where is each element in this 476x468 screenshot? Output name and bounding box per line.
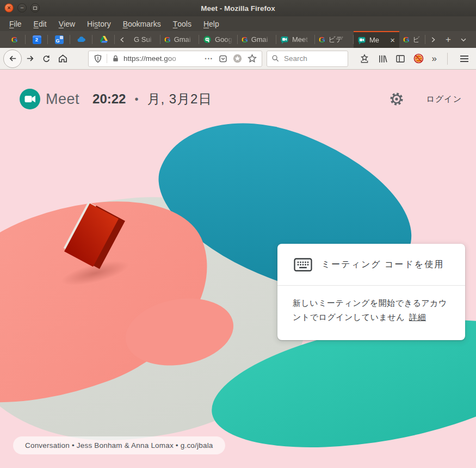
pinned-tab-translate[interactable]: G — [48, 31, 70, 48]
blocked-extension-icon[interactable] — [413, 53, 424, 64]
artwork-caption-pill: Conversation • Jess Bonham & Anna Lomax … — [13, 436, 225, 454]
tab-gmail-2[interactable]: G Gmai — [238, 31, 276, 48]
date: 月, 3月2日 — [147, 90, 212, 108]
hangouts-icon — [203, 35, 212, 44]
reload-icon — [41, 54, 51, 64]
maximize-icon — [33, 7, 37, 10]
google-icon: G — [11, 35, 18, 44]
chevron-down-icon — [460, 36, 467, 44]
menu-bookmarks[interactable]: Bookmarks — [117, 16, 167, 31]
menu-bar: File Edit View History Bookmarks Tools H… — [0, 16, 476, 31]
chevron-left-icon — [119, 36, 126, 44]
back-button[interactable] — [3, 50, 22, 68]
home-icon — [58, 53, 68, 64]
google-calendar-icon: 2 — [33, 35, 41, 44]
google-icon: G — [403, 35, 410, 44]
sidebar-icon[interactable] — [395, 54, 405, 64]
url-text: https://meet.goo — [123, 54, 192, 63]
onedrive-icon — [77, 35, 86, 44]
card-title: ミーティング コードを使用 — [312, 259, 453, 270]
back-icon — [8, 53, 18, 64]
google-icon: G — [242, 35, 248, 44]
search-input[interactable] — [283, 54, 337, 63]
window-minimize-button[interactable]: − — [17, 3, 27, 13]
window-close-button[interactable]: × — [4, 3, 14, 13]
save-bookmark-tray-icon[interactable] — [360, 54, 369, 64]
tracking-shield-icon — [94, 54, 102, 63]
caption-text: Conversation • Jess Bonham & Anna Lomax … — [25, 441, 213, 449]
tab-meet-1[interactable]: Meet — [276, 31, 315, 48]
window-maximize-button[interactable] — [30, 3, 40, 13]
card-body-text: 新しいミーティングを開始できるアカウントでログインしていません詳細 — [277, 286, 465, 324]
new-tab-button[interactable]: + — [441, 31, 456, 48]
settings-button[interactable] — [390, 92, 404, 106]
search-bar[interactable] — [267, 51, 348, 67]
forward-button[interactable] — [22, 51, 38, 67]
divider — [447, 53, 448, 65]
firefox-window: × − Meet - Mozilla Firefox File Edit Vie… — [0, 0, 476, 468]
meet-icon — [357, 36, 366, 45]
login-button[interactable]: ログイン — [426, 94, 462, 104]
home-button[interactable] — [54, 51, 71, 67]
lock-icon — [112, 54, 120, 63]
all-tabs-button[interactable] — [456, 31, 471, 48]
tab-strip: G 2 G G Sui G Gmai — [0, 31, 476, 48]
pinned-tab-drive[interactable] — [92, 31, 115, 48]
tab-video-2[interactable]: G ビ — [399, 31, 425, 48]
meet-logo-icon — [20, 89, 40, 109]
pinned-tab-calendar[interactable]: 2 — [26, 31, 48, 48]
library-icon[interactable] — [378, 54, 387, 64]
tab-scroll-left-button[interactable] — [115, 31, 130, 48]
tab-close-button[interactable]: × — [390, 36, 395, 44]
meet-page: Meet 20:22 • 月, 3月2日 ログイン — [0, 70, 476, 468]
meet-header: Meet 20:22 • 月, 3月2日 ログイン — [20, 86, 462, 112]
toolbar-right-icons: » — [360, 53, 471, 65]
pinned-tab-onedrive[interactable] — [70, 31, 92, 48]
page-actions-dots-icon[interactable]: ••• — [205, 56, 213, 61]
meet-icon — [280, 35, 289, 44]
google-icon: G — [319, 35, 325, 44]
gear-icon — [390, 92, 404, 106]
tab-scroll-right-button[interactable] — [425, 31, 441, 48]
forward-icon — [25, 53, 35, 64]
reload-button[interactable] — [38, 51, 54, 67]
meeting-code-card: ミーティング コードを使用 新しいミーティングを開始できるアカウントでログインし… — [277, 244, 465, 340]
url-bar[interactable]: https://meet.goo ••• — [88, 51, 262, 67]
menu-edit[interactable]: Edit — [28, 16, 53, 31]
tab-video-1[interactable]: G ビデ — [315, 31, 354, 48]
menu-file[interactable]: File — [3, 16, 28, 31]
page-action-star-circle-icon[interactable] — [233, 54, 242, 63]
navigation-toolbar: https://meet.goo ••• » — [0, 48, 476, 70]
google-translate-icon: G — [55, 35, 64, 44]
google-drive-icon — [100, 35, 108, 44]
menu-history[interactable]: History — [81, 16, 117, 31]
google-icon: G — [164, 35, 171, 44]
overflow-menu-icon[interactable]: » — [432, 54, 437, 63]
window-controls: × − — [4, 3, 40, 13]
tab-hangouts[interactable]: Goog — [199, 31, 238, 48]
hamburger-menu-icon[interactable] — [458, 53, 471, 64]
window-titlebar: × − Meet - Mozilla Firefox — [0, 0, 476, 16]
tab-gmail-1[interactable]: G Gmai — [160, 31, 199, 48]
dot-separator: • — [134, 93, 138, 106]
details-link[interactable]: 詳細 — [409, 312, 426, 322]
bookmark-star-icon[interactable] — [248, 54, 257, 63]
pocket-icon[interactable] — [219, 54, 227, 63]
clock: 20:22 — [92, 91, 126, 107]
menu-help[interactable]: Help — [197, 16, 225, 31]
tab-meet-active[interactable]: Me × — [354, 31, 399, 48]
meet-wordmark: Meet — [46, 91, 79, 108]
keyboard-icon — [294, 258, 312, 272]
window-title: Meet - Mozilla Firefox — [201, 0, 275, 16]
menu-tools[interactable]: Tools — [167, 16, 197, 31]
menu-view[interactable]: View — [53, 16, 81, 31]
chevron-right-icon — [429, 36, 437, 44]
pinned-tab-google[interactable]: G — [3, 31, 26, 48]
divider — [107, 54, 107, 63]
search-icon — [271, 54, 280, 63]
tab-gsuite[interactable]: G Sui — [130, 31, 160, 48]
use-meeting-code-button[interactable]: ミーティング コードを使用 — [277, 244, 465, 286]
